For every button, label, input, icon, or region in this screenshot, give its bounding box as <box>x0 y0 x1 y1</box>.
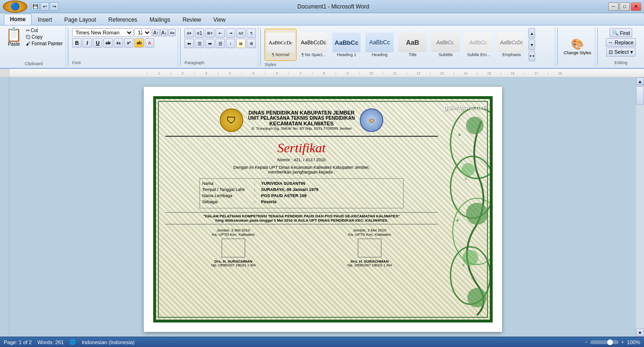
close-button[interactable]: ✕ <box>631 2 641 11</box>
style-heading1[interactable]: AaBbCc Heading 1 <box>330 29 363 61</box>
clear-format-button[interactable]: Aa <box>168 29 176 36</box>
decrease-font-button[interactable]: A↓ <box>160 29 168 36</box>
font-name-select[interactable]: Times New Roman <box>72 28 133 37</box>
style-nospace-preview: AaBbCcDc <box>299 33 328 52</box>
editing-group-label: Editing <box>614 60 627 65</box>
style-title[interactable]: AaB Title <box>396 29 429 61</box>
office-button[interactable]: 🔵 <box>3 0 27 13</box>
superscript-button[interactable]: x² <box>124 38 133 48</box>
align-center-button[interactable]: ☰ <box>195 39 204 48</box>
paste-label: Paste <box>8 41 20 47</box>
tab-insert[interactable]: Insert <box>32 14 58 25</box>
subscript-button[interactable]: x₂ <box>114 38 123 48</box>
ruler: 1 2 3 4 5 6 7 8 9 10 11 12 13 14 15 16 1… <box>0 69 644 77</box>
document-area[interactable]: galeriguru.net ✦ ✦ ✦ <box>9 77 636 337</box>
style-h1-preview: AaBbCc <box>332 33 361 52</box>
decrease-indent-button[interactable]: ⇤ <box>215 28 225 38</box>
italic-button[interactable]: I <box>83 38 92 48</box>
replace-button[interactable]: ↔ Replace <box>606 38 636 47</box>
align-right-button[interactable]: ➡ <box>205 39 215 48</box>
cert-field-org-value: POS PAUD ASTER 108 <box>261 193 401 198</box>
cert-title: Sertifikat <box>165 140 438 156</box>
zoom-slider[interactable] <box>590 340 619 344</box>
sort-button[interactable]: AZ <box>236 28 246 38</box>
style-subtle-label: Subtle Em... <box>467 52 490 57</box>
maximize-button[interactable]: □ <box>619 2 630 11</box>
style-normal-preview: AaBbCcDc <box>266 33 295 52</box>
font-color-button[interactable]: A <box>145 38 154 48</box>
tab-home[interactable]: Home <box>4 14 32 25</box>
tab-view[interactable]: View <box>207 14 232 25</box>
zoom-control[interactable]: － ＋ <box>584 339 625 346</box>
watermark: galeriguru.net <box>444 104 485 111</box>
cert-signatures: Jember, 3 Mei 2010 Ka. UPTD Kec. Kaliwat… <box>165 228 438 267</box>
style-subtle-em[interactable]: AaBbCc. Subtle Em... <box>462 29 495 61</box>
cert-fields-box: Nama : YURIVIDIA SUSANTIN Tempat / Tangg… <box>199 178 404 208</box>
line-spacing-button[interactable]: ↕ <box>226 39 235 48</box>
increase-font-button[interactable]: A↑ <box>152 29 160 36</box>
vertical-scrollbar[interactable]: ▲ ▼ <box>636 77 644 337</box>
select-button[interactable]: ⊡ Select ▾ <box>606 48 636 57</box>
shading-button[interactable]: ▤ <box>236 39 246 48</box>
cert-sig2-nip: Nip. 195901007 198101 1 004 <box>347 264 392 267</box>
show-hide-button[interactable]: ¶ <box>247 28 256 38</box>
underline-button[interactable]: U <box>93 38 102 48</box>
tab-mailings[interactable]: Mailings <box>143 14 176 25</box>
styles-scroll-down[interactable]: ▼ <box>528 40 535 50</box>
cert-org-line2: UNIT PELAKSANA TEKNIS DINAS PENDIDIKAN <box>248 116 355 121</box>
tab-review[interactable]: Review <box>176 14 207 25</box>
word-count: Words: 261 <box>37 339 64 345</box>
style-heading2[interactable]: AaBbCc Heading <box>363 29 396 61</box>
change-styles-button[interactable]: 🎨 Change Styles <box>561 36 593 57</box>
numbered-list-button[interactable]: ≡1 <box>195 28 204 38</box>
style-h2-label: Heading <box>372 52 388 57</box>
find-button[interactable]: 🔍 Find <box>610 28 632 37</box>
cut-button[interactable]: ✂ Cut <box>25 27 64 33</box>
zoom-thumb <box>607 339 613 345</box>
style-h2-preview: AaBbCc <box>365 33 394 52</box>
scroll-track[interactable] <box>636 85 644 329</box>
scroll-down-button[interactable]: ▼ <box>636 329 644 337</box>
style-normal-label: ¶ Normal <box>272 52 289 57</box>
minimize-button[interactable]: ─ <box>608 2 619 11</box>
cert-field-role-label: Sebagai <box>202 199 254 204</box>
styles-expand[interactable]: ▼▼ <box>528 51 535 61</box>
style-h1-label: Heading 1 <box>337 52 356 57</box>
style-subtitle[interactable]: AaBbCc. Subtitle <box>429 29 462 61</box>
zoom-level: 100% <box>627 339 640 345</box>
style-normal[interactable]: AaBbCcDc ¶ Normal <box>264 29 297 61</box>
font-size-select[interactable]: 12 <box>134 28 151 37</box>
styles-scroll-up[interactable]: ▲ <box>528 28 535 39</box>
cert-header-text: DINAS PENDIDIKAN KABUPATEN JEMBER UNIT P… <box>248 110 355 131</box>
format-painter-button[interactable]: 🖌 Format Painter <box>25 41 64 47</box>
styles-scroll-buttons: ▲ ▼ ▼▼ <box>528 28 535 61</box>
tab-page-layout[interactable]: Page Layout <box>58 14 102 25</box>
scroll-thumb[interactable] <box>636 86 644 105</box>
ruler-mark-3: 3 <box>194 71 218 75</box>
justify-button[interactable]: ☰ <box>215 39 225 48</box>
status-right: － ＋ 100% <box>584 339 640 346</box>
tab-references[interactable]: References <box>102 14 143 25</box>
zoom-out-icon[interactable]: － <box>584 339 589 346</box>
ruler-marks: 1 2 3 4 5 6 7 8 9 10 11 12 13 14 15 16 1… <box>147 71 644 75</box>
style-emphasis[interactable]: AaBbCcDc Emphasis <box>495 29 528 61</box>
ruler-mark-17: 17 <box>524 71 548 75</box>
strikethrough-button[interactable]: ab <box>103 38 113 48</box>
save-button[interactable]: 💾 <box>31 2 40 11</box>
paragraph-content: ≡• ≡1 ⊞≡ ⇤ ⇥ AZ ¶ ⬅ ☰ ➡ ☰ ↕ ▤ ⊞ <box>184 28 256 59</box>
redo-button[interactable]: ↪ <box>50 2 58 11</box>
undo-button[interactable]: ↩ <box>41 2 49 11</box>
copy-button[interactable]: ⿻ Copy <box>25 34 64 40</box>
bold-button[interactable]: B <box>72 38 82 48</box>
increase-indent-button[interactable]: ⇥ <box>226 28 235 38</box>
language-indicator[interactable]: 🌐 <box>69 339 76 345</box>
align-left-button[interactable]: ⬅ <box>184 39 194 48</box>
borders-button[interactable]: ⊞ <box>247 39 256 48</box>
highlight-button[interactable]: ab <box>134 38 144 48</box>
zoom-in-icon[interactable]: ＋ <box>620 339 625 346</box>
paste-button[interactable]: 📋 Paste <box>4 27 24 48</box>
bullet-list-button[interactable]: ≡• <box>184 28 194 38</box>
multilevel-list-button[interactable]: ⊞≡ <box>205 28 215 38</box>
scroll-up-button[interactable]: ▲ <box>636 77 644 85</box>
style-no-spacing[interactable]: AaBbCcDc ¶ No Spaci... <box>297 29 330 61</box>
